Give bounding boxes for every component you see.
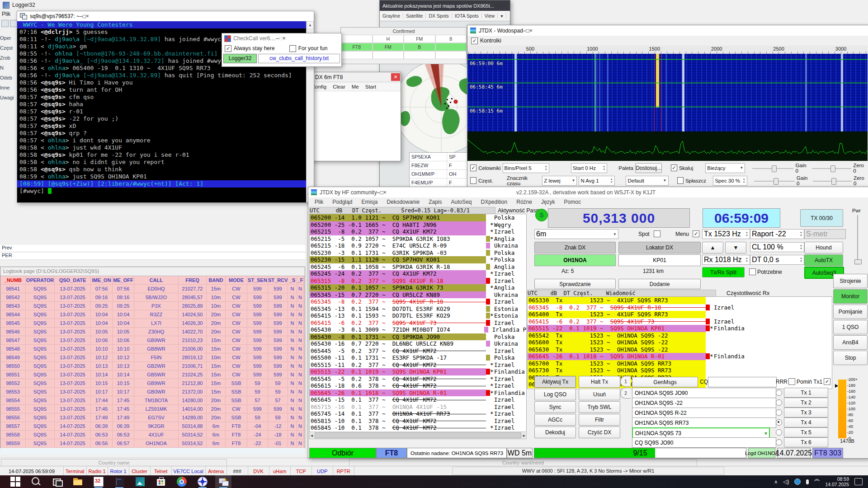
- taskbar-taskview-icon[interactable]: [52, 476, 62, 487]
- logbook-cell[interactable]: 98544: [0, 310, 26, 319]
- logbook-cell[interactable]: N: [297, 319, 304, 328]
- jtdx-menu-podgląd[interactable]: Podgląd: [329, 199, 356, 205]
- logbook-cell[interactable]: 599: [268, 293, 288, 302]
- logbook-cell[interactable]: 14-07-2025: [55, 431, 91, 439]
- logbook-cell[interactable]: SSB: [226, 379, 247, 388]
- logbook-cell[interactable]: -12: [268, 422, 288, 431]
- rrr-checkbox[interactable]: [788, 378, 795, 385]
- logbook-cell[interactable]: GB8WR: [134, 345, 179, 353]
- logbook-cell[interactable]: N: [297, 431, 304, 439]
- logbook-cell[interactable]: SQ9S: [26, 362, 55, 371]
- logbook-cell[interactable]: SQ9S: [26, 345, 55, 353]
- decode-row[interactable]: 065542 Tx 1523 ~ OH1NOA SQ9S -22: [528, 332, 832, 339]
- jtdx-button-ansb4[interactable]: AnsB4: [833, 335, 868, 350]
- logbook-cell[interactable]: 17:49: [113, 413, 134, 422]
- logbook-cell[interactable]: 6m: [207, 431, 226, 439]
- logbook-cell[interactable]: 13-07-2025: [55, 405, 91, 413]
- logbook-cell[interactable]: 10:04: [91, 319, 113, 328]
- tx-button-1[interactable]: Tx 1: [784, 388, 828, 398]
- logger32-menu-plik[interactable]: Plik: [2, 11, 10, 17]
- taskbar-start-icon[interactable]: [10, 476, 21, 487]
- report-spinner[interactable]: Raport -22▲▼: [750, 229, 804, 239]
- logbook-cell[interactable]: 15m: [207, 379, 226, 388]
- logbook-cell[interactable]: 13-07-2025: [55, 293, 91, 302]
- logbook-cell[interactable]: 599: [268, 371, 288, 379]
- logbook-cell[interactable]: 10:04: [113, 310, 134, 319]
- logbook-cell[interactable]: 10:06: [113, 336, 134, 345]
- logbook-cell[interactable]: 21006,00: [179, 345, 207, 353]
- logbook-cell[interactable]: 98549: [0, 353, 26, 362]
- logbook-cell[interactable]: 14014,00: [179, 405, 207, 413]
- logbook-cell[interactable]: 10:17: [91, 388, 113, 396]
- logbook-cell[interactable]: 98552: [0, 379, 26, 388]
- jtdx-button-monitor[interactable]: Monitor: [833, 289, 868, 304]
- status-module-udp[interactable]: UDP: [312, 466, 333, 476]
- logbook-cell[interactable]: 15m: [207, 388, 226, 396]
- logbook-cell[interactable]: 98546: [0, 328, 26, 336]
- logbook-cell[interactable]: 10:05: [113, 328, 134, 336]
- logbook-cell[interactable]: N: [297, 328, 304, 336]
- logbook-cell[interactable]: ED0HQ: [134, 285, 179, 293]
- logbook-cell[interactable]: CW: [226, 362, 247, 371]
- logbook-cell[interactable]: SQ9S: [26, 431, 55, 439]
- logbook-cell[interactable]: 57: [268, 396, 288, 405]
- terminal-titlebar[interactable]: sq9s@vps796537: ~ –□×: [17, 11, 314, 22]
- jtdx-button-strojenie[interactable]: Strojenie: [833, 274, 868, 288]
- logbook-cell[interactable]: N: [288, 396, 297, 405]
- status-module-dvk[interactable]: DVK: [248, 466, 269, 476]
- decode-row[interactable]: 065215 -8 0.2 377 ~ CQ 4X1UF KM72*Izrael: [310, 228, 526, 235]
- logbook-cell[interactable]: N: [288, 345, 297, 353]
- microphone-icon[interactable]: [806, 479, 809, 484]
- logbook-cell[interactable]: 98555: [0, 405, 26, 413]
- logbook-cell[interactable]: 17:45: [91, 405, 113, 413]
- taskbar-photos-icon[interactable]: [135, 476, 146, 487]
- logbook-cell[interactable]: 98558: [0, 431, 26, 439]
- logbook-cell[interactable]: SQ9S: [26, 439, 55, 448]
- jtdx-menu-plik[interactable]: Plik: [311, 199, 327, 205]
- logbook-cell[interactable]: N: [297, 285, 304, 293]
- cq-input[interactable]: [708, 377, 777, 387]
- jtdx-button-dekoduj[interactable]: Dekoduj: [534, 427, 576, 438]
- logbook-cell[interactable]: R3ZZ: [134, 310, 179, 319]
- logbook-cell[interactable]: N: [288, 422, 297, 431]
- logbook-cell[interactable]: 599: [247, 336, 268, 345]
- network-dot-icon[interactable]: [794, 479, 801, 485]
- close-icon[interactable]: ×: [500, 3, 504, 9]
- current-combo[interactable]: Bieżący▼: [705, 163, 745, 173]
- jtdx-button-sync[interactable]: Sync: [534, 401, 576, 413]
- logbook-cell[interactable]: CW: [226, 405, 247, 413]
- zero-slider-2[interactable]: [813, 177, 852, 185]
- tray-clock[interactable]: 08:5914.07.2025: [825, 476, 849, 487]
- logbook-cell[interactable]: N: [297, 302, 304, 310]
- add-button[interactable]: Dodanie: [618, 279, 701, 289]
- status-module-uham[interactable]: uHam: [269, 466, 291, 476]
- logbook-cell[interactable]: -22: [247, 439, 268, 448]
- logbook-cell[interactable]: 98541: [0, 285, 26, 293]
- checkcall-titlebar[interactable]: CheckCall ver6.... –□×: [222, 33, 341, 43]
- logbook-cell[interactable]: 17:49: [91, 413, 113, 422]
- logbook-cell[interactable]: 10:15: [91, 379, 113, 388]
- logbook-cell[interactable]: 59: [247, 379, 268, 388]
- tx-message-1[interactable]: OH1NOA SQ9S JO90: [632, 388, 776, 398]
- decode-row[interactable]: 065345 -13 0.1 1594 ~ DO7DTL ES3RF KO29E…: [310, 305, 526, 313]
- logbook-cell[interactable]: -18: [268, 431, 288, 439]
- decode-row[interactable]: 065730 Tx 1523 ~ OH1NOA SQ9S RR73: [528, 367, 832, 374]
- logbook-cell[interactable]: N: [297, 379, 304, 388]
- jtdx-button-aktywuj-tx[interactable]: Aktywuj Tx: [534, 376, 576, 388]
- logbook-cell[interactable]: 98553: [0, 388, 26, 396]
- logbook-cell[interactable]: 10m: [207, 302, 226, 310]
- maximize-icon[interactable]: □: [83, 13, 86, 19]
- decode-row[interactable]: 065845 -10 0.1 378 ~ CQ 4X1UF KM72*Izrae…: [310, 424, 526, 432]
- jtdx-menu-autoseq[interactable]: AutoSeq: [447, 199, 475, 205]
- logbook-cell[interactable]: 98557: [0, 422, 26, 431]
- logbook-cell[interactable]: 10:05: [91, 328, 113, 336]
- logbook-cell[interactable]: 06:39: [91, 422, 113, 431]
- history-file-link[interactable]: cw_clubs_call_history.txt: [258, 54, 340, 63]
- jtdx-button-filtr[interactable]: Filtr: [579, 414, 620, 426]
- logbook-cell[interactable]: CW: [226, 319, 247, 328]
- status-module--[interactable]: ###: [227, 466, 248, 476]
- logbook-cell[interactable]: 10:13: [91, 362, 113, 371]
- logbook-cell[interactable]: 10:04: [113, 319, 134, 328]
- tx-button-3[interactable]: Tx 3: [784, 408, 828, 418]
- tx-button-5[interactable]: Tx 5: [784, 427, 828, 437]
